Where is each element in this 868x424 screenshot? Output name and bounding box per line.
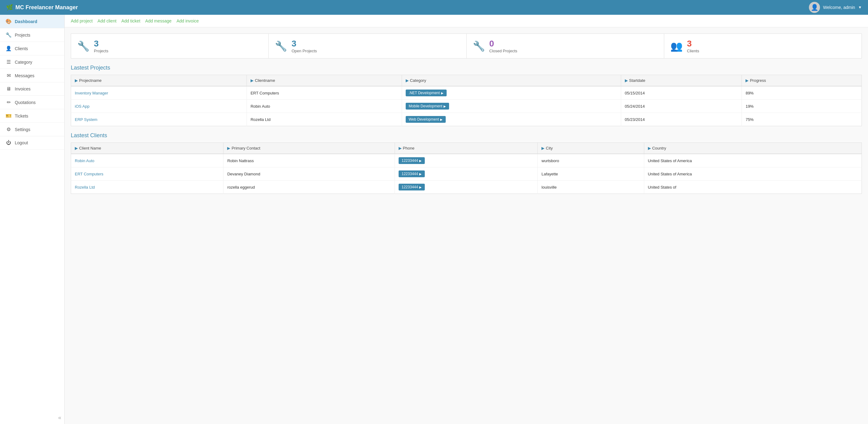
- client-phone: 12233444: [395, 181, 538, 194]
- client-phone: 12233444: [395, 154, 538, 167]
- clients-table: ▶Client Name▶Primary Contact▶Phone▶City▶…: [71, 142, 862, 194]
- stat-card-open-projects: 🔧 3 Open Projects: [269, 34, 466, 58]
- logout-icon: ⏻: [5, 140, 12, 145]
- clients-col-phone: ▶Phone: [395, 143, 538, 154]
- project-category: Web Development: [402, 113, 621, 126]
- projects-icon: 🔧: [5, 32, 12, 38]
- header-right: 👤 Welcome, admin ▼: [809, 2, 862, 13]
- add-client-link[interactable]: Add client: [98, 19, 116, 23]
- client-city: louisville: [538, 181, 644, 194]
- client-country: United States of America: [644, 154, 862, 167]
- projects-col-projectname: ▶Projectname: [71, 75, 247, 87]
- latest-projects-title: Lastest Projects: [71, 65, 862, 71]
- clients-col-client-name: ▶Client Name: [71, 143, 223, 154]
- sidebar-item-category[interactable]: ☰Category: [0, 55, 64, 69]
- dashboard-icon: 🎨: [5, 19, 12, 24]
- sidebar-item-tickets[interactable]: 🎫Tickets: [0, 109, 64, 123]
- welcome-text: Welcome, admin: [823, 5, 855, 10]
- project-category: .NET Development: [402, 86, 621, 100]
- sidebar-item-logout[interactable]: ⏻Logout: [0, 136, 64, 150]
- clients-col-country: ▶Country: [644, 143, 862, 154]
- projects-col-progress: ▶Progress: [742, 75, 862, 87]
- sidebar-label-messages: Messages: [15, 73, 34, 78]
- latest-clients-section: Lastest Clients ▶Client Name▶Primary Con…: [71, 132, 862, 194]
- stat-label-projects: Projects: [94, 48, 108, 53]
- project-progress: 89%: [742, 86, 862, 100]
- stat-number-closed-projects: 0: [489, 39, 518, 48]
- stat-label-closed-projects: Closed Projects: [489, 48, 518, 53]
- project-startdate: 05/15/2014: [621, 86, 742, 100]
- table-row: Robin Auto Robin Nattrass 12233444 wurts…: [71, 154, 862, 167]
- stat-number-projects: 3: [94, 39, 108, 48]
- client-city: wurtsboro: [538, 154, 644, 167]
- client-country: United States of: [644, 181, 862, 194]
- sidebar-label-category: Category: [15, 60, 32, 65]
- project-client: Rozella Ltd: [247, 113, 402, 126]
- user-menu-dropdown[interactable]: ▼: [858, 5, 862, 9]
- clients-icon: 👤: [5, 45, 12, 52]
- projects-table: ▶Projectname▶Clientname▶Category▶Startda…: [71, 75, 862, 126]
- brand: 🌿 MC Freelancer Manager: [6, 4, 78, 11]
- category-icon: ☰: [5, 59, 12, 65]
- project-name[interactable]: iOS App: [71, 100, 247, 113]
- stat-label-clients: Clients: [687, 48, 699, 53]
- stat-card-clients: 👥 3 Clients: [664, 34, 862, 58]
- project-client: Robin Auto: [247, 100, 402, 113]
- project-startdate: 05/23/2014: [621, 113, 742, 126]
- stat-card-closed-projects: 🔧 0 Closed Projects: [467, 34, 664, 58]
- client-contact: rozella eggerud: [223, 181, 395, 194]
- latest-projects-section: Lastest Projects ▶Projectname▶Clientname…: [71, 65, 862, 126]
- sidebar-item-quotations[interactable]: ✏Quotations: [0, 96, 64, 109]
- main-content: Add projectAdd clientAdd ticketAdd messa…: [65, 15, 868, 424]
- sidebar-label-dashboard: Dashboard: [15, 19, 37, 24]
- project-name[interactable]: ERP System: [71, 113, 247, 126]
- add-ticket-link[interactable]: Add ticket: [121, 19, 140, 23]
- client-name[interactable]: Robin Auto: [71, 154, 223, 167]
- project-category: Mobile Development: [402, 100, 621, 113]
- sidebar-label-tickets: Tickets: [15, 113, 28, 119]
- sidebar-label-quotations: Quotations: [15, 100, 36, 105]
- project-progress: 19%: [742, 100, 862, 113]
- latest-clients-title: Lastest Clients: [71, 132, 862, 139]
- projects-col-clientname: ▶Clientname: [247, 75, 402, 87]
- clients-col-city: ▶City: [538, 143, 644, 154]
- stat-number-clients: 3: [687, 39, 699, 48]
- sidebar-label-projects: Projects: [15, 33, 30, 37]
- sidebar-label-settings: Settings: [15, 127, 30, 132]
- brand-icon: 🌿: [6, 4, 13, 11]
- quotations-icon: ✏: [5, 99, 12, 105]
- client-contact: Devaney Diamond: [223, 167, 395, 181]
- sidebar-item-projects[interactable]: 🔧Projects: [0, 28, 64, 42]
- client-contact: Robin Nattrass: [223, 154, 395, 167]
- sidebar: 🎨Dashboard🔧Projects👤Clients☰Category✉Mes…: [0, 15, 65, 424]
- table-row: ERT Computers Devaney Diamond 12233444 L…: [71, 167, 862, 181]
- invoices-icon: 🖥: [5, 86, 12, 92]
- add-message-link[interactable]: Add message: [145, 19, 172, 23]
- table-row: ERP System Rozella Ltd Web Development 0…: [71, 113, 862, 126]
- settings-icon: ⚙: [5, 127, 12, 132]
- client-name[interactable]: ERT Computers: [71, 167, 223, 181]
- sidebar-item-messages[interactable]: ✉Messages: [0, 69, 64, 83]
- add-project-link[interactable]: Add project: [71, 19, 93, 23]
- brand-name: MC Freelancer Manager: [16, 4, 78, 11]
- sidebar-collapse-button[interactable]: «: [0, 412, 64, 424]
- sidebar-label-logout: Logout: [15, 140, 28, 145]
- stat-icon-projects: 🔧: [77, 40, 90, 52]
- client-name[interactable]: Rozella Ltd: [71, 181, 223, 194]
- sidebar-item-clients[interactable]: 👤Clients: [0, 42, 64, 55]
- sidebar-item-invoices[interactable]: 🖥Invoices: [0, 83, 64, 96]
- clients-col-primary-contact: ▶Primary Contact: [223, 143, 395, 154]
- add-invoice-link[interactable]: Add invoice: [176, 19, 198, 23]
- table-row: Inventory Manager ERT Computers .NET Dev…: [71, 86, 862, 100]
- stat-number-open-projects: 3: [291, 39, 317, 48]
- sidebar-label-clients: Clients: [15, 46, 28, 51]
- stat-icon-open-projects: 🔧: [275, 40, 287, 52]
- table-row: iOS App Robin Auto Mobile Development 05…: [71, 100, 862, 113]
- project-client: ERT Computers: [247, 86, 402, 100]
- sidebar-item-settings[interactable]: ⚙Settings: [0, 123, 64, 136]
- project-name[interactable]: Inventory Manager: [71, 86, 247, 100]
- app-body: 🎨Dashboard🔧Projects👤Clients☰Category✉Mes…: [0, 15, 868, 424]
- stat-info-open-projects: 3 Open Projects: [291, 39, 317, 53]
- stat-info-closed-projects: 0 Closed Projects: [489, 39, 518, 53]
- sidebar-item-dashboard[interactable]: 🎨Dashboard: [0, 15, 64, 28]
